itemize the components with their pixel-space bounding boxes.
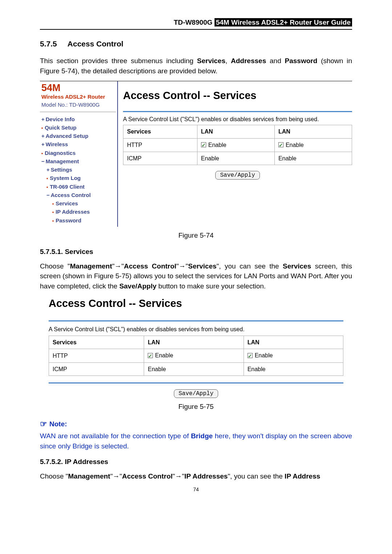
table-row: ICMPEnableEnable [123, 152, 352, 165]
page-number: 74 [40, 486, 352, 493]
enable-label: Enable [208, 141, 226, 149]
sidebar-item[interactable]: System Log [41, 174, 116, 182]
panel-services: Access Control -- Services A Service Con… [118, 81, 352, 227]
th75-lan1: LAN [144, 336, 244, 349]
save-apply-button[interactable]: Save/Apply [215, 171, 260, 180]
section-title: Access Control [68, 40, 123, 48]
cell-lan2: Enable [244, 362, 343, 376]
cell-lan1: Enable [144, 362, 244, 376]
note-body: WAN are not available for the connection… [40, 431, 352, 451]
sidebar-item[interactable]: Device Info [41, 115, 116, 123]
cell-lan2: Enable [274, 138, 352, 152]
cell-service: HTTP [49, 349, 144, 362]
checkbox-icon[interactable] [278, 142, 283, 147]
cell-lan1: Enable [197, 138, 274, 152]
note-label: Note: [49, 419, 67, 429]
table-row: HTTP Enable Enable [49, 349, 343, 362]
section-number: 5.7.5 [40, 38, 65, 49]
caption-5-74: Figure 5-74 [40, 230, 352, 241]
panel75-rule [49, 320, 343, 321]
figure-5-75: Access Control -- Services A Service Con… [40, 296, 352, 398]
cell-lan1: Enable [197, 152, 274, 165]
sidebar: 54M Wireless ADSL2+ Router Model No.: TD… [40, 81, 118, 227]
scl-table: Services LAN LAN HTTP Enable EnableICMPE… [123, 125, 352, 165]
sidebar-item[interactable]: IP Addresses [41, 208, 116, 216]
figure-5-74: 54M Wireless ADSL2+ Router Model No.: TD… [40, 81, 352, 227]
cell-service: HTTP [123, 138, 197, 152]
sidebar-item[interactable]: Services [41, 199, 116, 208]
checkbox-icon[interactable] [201, 142, 206, 147]
sidebar-item[interactable]: TR-069 Client [41, 182, 116, 191]
nav-tree: Device InfoQuick SetupAdvanced SetupWire… [40, 115, 116, 225]
scl75-table: Services LAN LAN HTTP Enable EnableICMPE… [49, 336, 343, 376]
subsection-services-para: Choose "Management"→"Access Control"→"Se… [40, 261, 352, 291]
th75-services: Services [49, 336, 144, 349]
checkbox-icon[interactable] [148, 353, 153, 358]
panel-rule [123, 111, 352, 112]
enable-label: Enable [155, 351, 173, 360]
pointing-hand-icon [40, 418, 47, 430]
th-services: Services [123, 125, 197, 138]
subsection-ip-para: Choose "Management"→"Access Control"→"IP… [40, 471, 352, 481]
th75-lan2: LAN [244, 336, 343, 349]
section-intro: This section provides three submenus inc… [40, 56, 352, 76]
section-heading: 5.7.5 Access Control [40, 38, 352, 49]
enable-label: Enable [286, 141, 304, 149]
cell-service: ICMP [123, 152, 197, 165]
sidebar-item[interactable]: Settings [41, 165, 116, 174]
brand-54m: 54M [40, 83, 116, 93]
panel75-title: Access Control -- Services [49, 296, 343, 311]
sidebar-item[interactable]: Advanced Setup [41, 132, 116, 140]
th-lan1: LAN [197, 125, 274, 138]
cell-lan2: Enable [274, 152, 352, 165]
cell-lan1: Enable [144, 349, 244, 362]
note-heading: Note: [40, 418, 352, 430]
sidebar-item[interactable]: Access Control [41, 191, 116, 199]
panel75-rule-bottom [49, 382, 343, 383]
th-lan2: LAN [274, 125, 352, 138]
cell-service: ICMP [49, 362, 144, 376]
caption-5-75: Figure 5-75 [40, 402, 352, 412]
subsection-services-heading: 5.7.5.1. Services [40, 247, 352, 257]
cell-lan2: Enable [244, 349, 343, 362]
sidebar-item[interactable]: Diagnostics [41, 149, 116, 157]
checkbox-icon[interactable] [248, 353, 253, 358]
scl75-desc: A Service Control List ("SCL") enables o… [49, 325, 343, 333]
sidebar-item[interactable]: Quick Setup [41, 123, 116, 132]
subsection-ip-heading: 5.7.5.2. IP Addresses [40, 457, 352, 467]
header-model: TD-W8900G [174, 19, 213, 26]
save-apply-button-75[interactable]: Save/Apply [174, 389, 218, 398]
page-header: TD-W8900G 54M Wireless ADSL2+ Router Use… [40, 17, 352, 30]
table-row: HTTP Enable Enable [123, 138, 352, 152]
panel-title: Access Control -- Services [123, 88, 352, 103]
sidebar-item[interactable]: Management [41, 157, 116, 165]
enable-label: Enable [255, 351, 273, 360]
sidebar-divider [40, 112, 116, 112]
table-row: ICMPEnableEnable [49, 362, 343, 376]
sidebar-item[interactable]: Wireless [41, 140, 116, 148]
header-guide: 54M Wireless ADSL2+ Router User Guide [215, 18, 352, 26]
brand-model: Model No.: TD-W8900G [40, 101, 116, 109]
brand-sub: Wireless ADSL2+ Router [40, 93, 116, 101]
scl-desc: A Service Control List ("SCL") enables o… [123, 115, 352, 123]
sidebar-item[interactable]: Password [41, 216, 116, 225]
